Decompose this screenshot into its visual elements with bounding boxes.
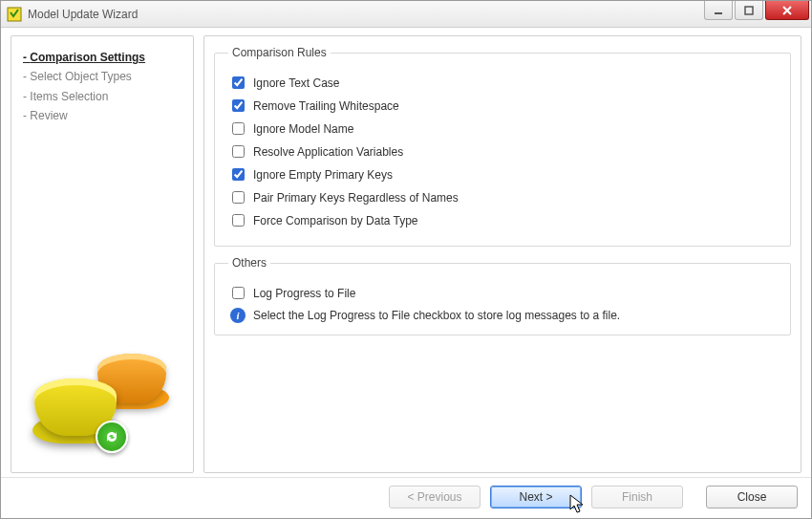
checkbox[interactable] (232, 122, 245, 135)
rule-ignore-text-case[interactable]: Ignore Text Case (228, 74, 777, 92)
info-icon: i (230, 308, 246, 323)
checkbox-label: Remove Trailing Whitespace (253, 99, 399, 113)
wizard-steps: - Comparison Settings - Select Object Ty… (23, 48, 182, 126)
sidebar-graphic (23, 346, 182, 461)
checkbox-label: Resolve Application Variables (253, 145, 403, 159)
checkbox[interactable] (232, 76, 245, 89)
step-label: Items Selection (30, 90, 108, 103)
app-icon (7, 7, 22, 22)
checkbox-label: Ignore Model Name (253, 122, 353, 136)
checkbox-label: Pair Primary Keys Regardless of Names (253, 191, 459, 205)
main-panel: Comparison Rules Ignore Text Case Remove… (203, 35, 801, 473)
checkbox-label: Ignore Text Case (253, 76, 340, 90)
rule-resolve-application-variables[interactable]: Resolve Application Variables (228, 142, 777, 161)
group-legend: Comparison Rules (228, 46, 331, 59)
group-legend: Others (228, 256, 270, 270)
previous-button: < Previous (389, 486, 481, 508)
checkbox-label: Force Comparison by Data Type (253, 214, 418, 227)
checkbox-label: Ignore Empty Primary Keys (253, 168, 393, 182)
step-label: Select Object Types (30, 70, 132, 83)
info-text: Select the Log Progress to File checkbox… (253, 309, 620, 322)
step-select-object-types[interactable]: - Select Object Types (23, 67, 182, 86)
checkbox[interactable] (232, 168, 245, 181)
wizard-window: Model Update Wizard - Comparison Setting… (0, 0, 812, 519)
step-label: Review (30, 109, 67, 122)
svg-rect-2 (745, 7, 753, 14)
step-items-selection[interactable]: - Items Selection (23, 87, 182, 106)
window-controls (704, 1, 809, 20)
checkbox[interactable] (232, 99, 245, 112)
titlebar: Model Update Wizard (1, 1, 811, 28)
others-group: Others Log Progress to File i Select the… (214, 256, 791, 335)
comparison-rules-group: Comparison Rules Ignore Text Case Remove… (214, 46, 791, 247)
step-comparison-settings[interactable]: - Comparison Settings (23, 48, 182, 67)
rule-ignore-empty-primary-keys[interactable]: Ignore Empty Primary Keys (228, 165, 777, 184)
content-area: - Comparison Settings - Select Object Ty… (1, 28, 811, 477)
rule-ignore-model-name[interactable]: Ignore Model Name (228, 119, 777, 138)
sync-icon (96, 421, 128, 453)
log-progress-to-file[interactable]: Log Progress to File (228, 284, 777, 302)
info-row: i Select the Log Progress to File checkb… (230, 308, 777, 323)
close-window-button[interactable] (765, 1, 809, 20)
checkbox-label: Log Progress to File (253, 287, 355, 300)
button-bar: < Previous Next > Finish Close (1, 477, 811, 518)
step-review[interactable]: - Review (23, 106, 182, 125)
checkbox[interactable] (232, 145, 245, 158)
wizard-sidebar: - Comparison Settings - Select Object Ty… (11, 35, 194, 473)
close-button[interactable]: Close (706, 486, 798, 508)
checkbox[interactable] (232, 191, 245, 204)
rule-remove-trailing-whitespace[interactable]: Remove Trailing Whitespace (228, 97, 777, 115)
step-label: Comparison Settings (30, 51, 145, 64)
checkbox[interactable] (232, 287, 245, 299)
maximize-button[interactable] (735, 1, 763, 20)
window-title: Model Update Wizard (28, 8, 138, 21)
checkbox[interactable] (232, 214, 245, 227)
finish-button: Finish (591, 486, 683, 508)
rule-force-comparison-by-data-type[interactable]: Force Comparison by Data Type (228, 211, 777, 229)
minimize-button[interactable] (704, 1, 733, 20)
next-button[interactable]: Next > (490, 486, 582, 508)
rule-pair-primary-keys[interactable]: Pair Primary Keys Regardless of Names (228, 188, 777, 206)
